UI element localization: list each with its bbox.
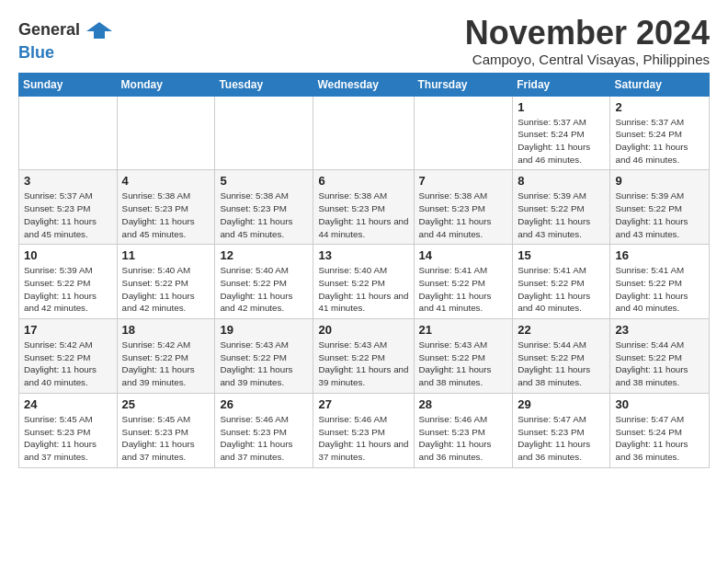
weekday-header-sunday: Sunday <box>19 73 118 96</box>
day-info: Sunrise: 5:44 AM Sunset: 5:22 PM Dayligh… <box>518 339 605 389</box>
weekday-header-saturday: Saturday <box>610 73 710 96</box>
calendar-cell: 2Sunrise: 5:37 AM Sunset: 5:24 PM Daylig… <box>610 96 710 170</box>
calendar-cell: 30Sunrise: 5:47 AM Sunset: 5:24 PM Dayli… <box>610 393 710 467</box>
day-number: 23 <box>615 323 704 337</box>
calendar-cell: 8Sunrise: 5:39 AM Sunset: 5:22 PM Daylig… <box>513 170 610 245</box>
day-info: Sunrise: 5:38 AM Sunset: 5:23 PM Dayligh… <box>419 190 508 240</box>
calendar-cell: 24Sunrise: 5:45 AM Sunset: 5:23 PM Dayli… <box>19 393 118 467</box>
day-number: 2 <box>615 100 704 114</box>
calendar-week-5: 24Sunrise: 5:45 AM Sunset: 5:23 PM Dayli… <box>19 393 710 467</box>
calendar-cell <box>215 96 313 170</box>
day-number: 9 <box>615 174 704 188</box>
header: General Blue November 2024 Campoyo, Cent… <box>18 15 710 67</box>
calendar-cell: 4Sunrise: 5:38 AM Sunset: 5:23 PM Daylig… <box>117 170 215 245</box>
calendar-cell: 10Sunrise: 5:39 AM Sunset: 5:22 PM Dayli… <box>19 245 118 319</box>
day-info: Sunrise: 5:42 AM Sunset: 5:22 PM Dayligh… <box>122 339 210 389</box>
calendar-header: SundayMondayTuesdayWednesdayThursdayFrid… <box>19 73 710 96</box>
day-info: Sunrise: 5:46 AM Sunset: 5:23 PM Dayligh… <box>318 413 408 464</box>
calendar-body: 1Sunrise: 5:37 AM Sunset: 5:24 PM Daylig… <box>19 96 710 467</box>
month-title: November 2024 <box>465 15 710 52</box>
day-number: 3 <box>24 174 112 188</box>
day-info: Sunrise: 5:37 AM Sunset: 5:23 PM Dayligh… <box>24 190 112 240</box>
calendar-cell: 27Sunrise: 5:46 AM Sunset: 5:23 PM Dayli… <box>313 393 414 467</box>
logo: General Blue <box>18 18 112 63</box>
day-info: Sunrise: 5:43 AM Sunset: 5:22 PM Dayligh… <box>220 339 308 389</box>
day-info: Sunrise: 5:41 AM Sunset: 5:22 PM Dayligh… <box>518 264 605 315</box>
day-info: Sunrise: 5:39 AM Sunset: 5:22 PM Dayligh… <box>615 190 704 240</box>
calendar-cell: 15Sunrise: 5:41 AM Sunset: 5:22 PM Dayli… <box>513 245 610 319</box>
day-number: 25 <box>122 397 210 411</box>
day-info: Sunrise: 5:42 AM Sunset: 5:22 PM Dayligh… <box>24 339 112 389</box>
calendar-week-4: 17Sunrise: 5:42 AM Sunset: 5:22 PM Dayli… <box>19 319 710 394</box>
day-info: Sunrise: 5:47 AM Sunset: 5:23 PM Dayligh… <box>518 413 605 464</box>
calendar-cell: 7Sunrise: 5:38 AM Sunset: 5:23 PM Daylig… <box>414 170 513 245</box>
calendar-cell: 19Sunrise: 5:43 AM Sunset: 5:22 PM Dayli… <box>215 319 313 394</box>
calendar-cell: 20Sunrise: 5:43 AM Sunset: 5:22 PM Dayli… <box>313 319 414 394</box>
calendar-cell: 22Sunrise: 5:44 AM Sunset: 5:22 PM Dayli… <box>513 319 610 394</box>
day-number: 22 <box>518 323 605 337</box>
day-number: 14 <box>419 248 508 262</box>
day-info: Sunrise: 5:45 AM Sunset: 5:23 PM Dayligh… <box>122 413 210 464</box>
calendar-cell <box>19 96 118 170</box>
day-number: 24 <box>24 397 112 411</box>
calendar-week-3: 10Sunrise: 5:39 AM Sunset: 5:22 PM Dayli… <box>19 245 710 319</box>
day-number: 7 <box>419 174 508 188</box>
day-info: Sunrise: 5:37 AM Sunset: 5:24 PM Dayligh… <box>615 116 704 167</box>
weekday-row: SundayMondayTuesdayWednesdayThursdayFrid… <box>19 73 710 96</box>
location-subtitle: Campoyo, Central Visayas, Philippines <box>465 52 710 67</box>
calendar-cell: 23Sunrise: 5:44 AM Sunset: 5:22 PM Dayli… <box>610 319 710 394</box>
day-number: 18 <box>122 323 210 337</box>
day-number: 8 <box>518 174 605 188</box>
calendar-cell: 21Sunrise: 5:43 AM Sunset: 5:22 PM Dayli… <box>414 319 513 394</box>
calendar-week-1: 1Sunrise: 5:37 AM Sunset: 5:24 PM Daylig… <box>19 96 710 170</box>
calendar-cell: 17Sunrise: 5:42 AM Sunset: 5:22 PM Dayli… <box>19 319 118 394</box>
calendar-cell <box>117 96 215 170</box>
day-number: 17 <box>24 323 112 337</box>
day-number: 15 <box>518 248 605 262</box>
day-info: Sunrise: 5:44 AM Sunset: 5:22 PM Dayligh… <box>615 339 704 389</box>
calendar-cell: 16Sunrise: 5:41 AM Sunset: 5:22 PM Dayli… <box>610 245 710 319</box>
calendar-cell: 9Sunrise: 5:39 AM Sunset: 5:22 PM Daylig… <box>610 170 710 245</box>
calendar-cell: 14Sunrise: 5:41 AM Sunset: 5:22 PM Dayli… <box>414 245 513 319</box>
day-info: Sunrise: 5:40 AM Sunset: 5:22 PM Dayligh… <box>122 264 210 315</box>
logo-bird-icon <box>86 18 112 44</box>
logo-blue: Blue <box>18 44 112 63</box>
calendar-cell: 12Sunrise: 5:40 AM Sunset: 5:22 PM Dayli… <box>215 245 313 319</box>
day-number: 12 <box>220 248 308 262</box>
calendar-cell: 3Sunrise: 5:37 AM Sunset: 5:23 PM Daylig… <box>19 170 118 245</box>
day-number: 20 <box>318 323 408 337</box>
day-info: Sunrise: 5:38 AM Sunset: 5:23 PM Dayligh… <box>318 190 408 240</box>
calendar-cell: 26Sunrise: 5:46 AM Sunset: 5:23 PM Dayli… <box>215 393 313 467</box>
day-number: 29 <box>518 397 605 411</box>
day-info: Sunrise: 5:45 AM Sunset: 5:23 PM Dayligh… <box>24 413 112 464</box>
page: General Blue November 2024 Campoyo, Cent… <box>0 0 728 479</box>
day-number: 30 <box>615 397 704 411</box>
day-number: 6 <box>318 174 408 188</box>
calendar-table: SundayMondayTuesdayWednesdayThursdayFrid… <box>18 73 710 468</box>
logo-general: General <box>18 18 112 44</box>
day-info: Sunrise: 5:40 AM Sunset: 5:22 PM Dayligh… <box>318 264 408 315</box>
day-number: 26 <box>220 397 308 411</box>
calendar-week-2: 3Sunrise: 5:37 AM Sunset: 5:23 PM Daylig… <box>19 170 710 245</box>
calendar-cell: 25Sunrise: 5:45 AM Sunset: 5:23 PM Dayli… <box>117 393 215 467</box>
day-number: 5 <box>220 174 308 188</box>
calendar-cell: 28Sunrise: 5:46 AM Sunset: 5:23 PM Dayli… <box>414 393 513 467</box>
day-info: Sunrise: 5:43 AM Sunset: 5:22 PM Dayligh… <box>419 339 508 389</box>
calendar-cell: 5Sunrise: 5:38 AM Sunset: 5:23 PM Daylig… <box>215 170 313 245</box>
day-number: 11 <box>122 248 210 262</box>
day-number: 28 <box>419 397 508 411</box>
calendar-cell: 1Sunrise: 5:37 AM Sunset: 5:24 PM Daylig… <box>513 96 610 170</box>
day-number: 10 <box>24 248 112 262</box>
day-info: Sunrise: 5:41 AM Sunset: 5:22 PM Dayligh… <box>419 264 508 315</box>
day-info: Sunrise: 5:39 AM Sunset: 5:22 PM Dayligh… <box>518 190 605 240</box>
day-info: Sunrise: 5:43 AM Sunset: 5:22 PM Dayligh… <box>318 339 408 389</box>
weekday-header-monday: Monday <box>117 73 215 96</box>
weekday-header-wednesday: Wednesday <box>313 73 414 96</box>
calendar-cell: 29Sunrise: 5:47 AM Sunset: 5:23 PM Dayli… <box>513 393 610 467</box>
day-info: Sunrise: 5:38 AM Sunset: 5:23 PM Dayligh… <box>220 190 308 240</box>
day-number: 16 <box>615 248 704 262</box>
calendar-cell: 11Sunrise: 5:40 AM Sunset: 5:22 PM Dayli… <box>117 245 215 319</box>
calendar-cell <box>414 96 513 170</box>
day-info: Sunrise: 5:46 AM Sunset: 5:23 PM Dayligh… <box>220 413 308 464</box>
weekday-header-friday: Friday <box>513 73 610 96</box>
